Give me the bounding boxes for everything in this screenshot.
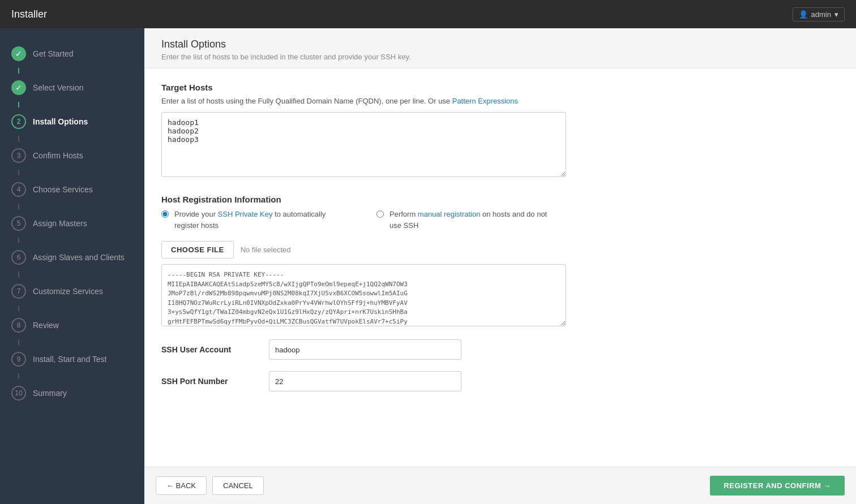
page-footer: ← BACK CANCEL REGISTER AND CONFIRM →	[144, 467, 856, 504]
host-registration-section: Host Registration Information Provide yo…	[161, 195, 839, 328]
page-body: Target Hosts Enter a list of hosts using…	[144, 68, 856, 467]
target-hosts-desc: Enter a list of hosts using the Fully Qu…	[161, 97, 839, 105]
sidebar-item-select-version[interactable]: ✓ Select Version	[0, 74, 144, 102]
radio-manual-text1: Perform	[390, 210, 418, 218]
step-circle-5: 4	[11, 182, 26, 197]
sidebar-item-install-start-test[interactable]: 9 Install, Start and Test	[0, 345, 144, 373]
radio-options: Provide your SSH Private Key to automati…	[161, 209, 839, 231]
connector-7	[18, 272, 19, 277]
user-menu[interactable]: 👤 admin ▾	[793, 7, 845, 21]
step-circle-4: 3	[11, 148, 26, 163]
radio-ssh-input[interactable]	[161, 210, 169, 218]
step-circle-8: 7	[11, 284, 26, 299]
no-file-label: No file selected	[241, 245, 291, 254]
sidebar-label-confirm-hosts: Confirm Hosts	[33, 151, 83, 160]
choose-file-button[interactable]: CHOOSE FILE	[161, 241, 234, 259]
main-layout: ✓ Get Started ✓ Select Version 2 Install…	[0, 28, 856, 504]
step-circle-9: 8	[11, 318, 26, 333]
navbar: Installer 👤 admin ▾	[0, 0, 856, 28]
sidebar-label-review: Review	[33, 321, 59, 330]
sidebar-label-summary: Summary	[33, 389, 67, 398]
manual-registration-link[interactable]: manual registration	[418, 210, 481, 218]
connector-6	[18, 238, 19, 243]
username-label: admin	[811, 10, 831, 19]
connector-10	[18, 373, 19, 379]
register-confirm-button[interactable]: REGISTER AND CONFIRM →	[710, 476, 845, 496]
step-num-8: 7	[17, 287, 21, 295]
page-subtitle: Enter the list of hosts to be included i…	[161, 53, 839, 61]
step-num-5: 4	[17, 186, 21, 193]
radio-ssh-label: Provide your SSH Private Key to automati…	[174, 209, 343, 231]
pattern-expressions-link[interactable]: Pattern Expressions	[452, 97, 518, 105]
sidebar-item-choose-services[interactable]: 4 Choose Services	[0, 175, 144, 204]
dropdown-arrow-icon: ▾	[834, 10, 838, 19]
sidebar-label-install-options: Install Options	[33, 117, 88, 126]
step-circle-7: 6	[11, 250, 26, 265]
step-num-10: 9	[17, 355, 21, 363]
target-hosts-section: Target Hosts Enter a list of hosts using…	[161, 83, 839, 179]
ssh-port-label: SSH Port Number	[161, 377, 258, 386]
sidebar-item-get-started[interactable]: ✓ Get Started	[0, 40, 144, 68]
sidebar-label-customize-services: Customize Services	[33, 287, 103, 296]
sidebar-label-install-start-test: Install, Start and Test	[33, 355, 106, 364]
sidebar-item-review[interactable]: 8 Review	[0, 311, 144, 339]
step-num-9: 8	[17, 321, 21, 329]
sidebar-item-assign-masters[interactable]: 5 Assign Masters	[0, 209, 144, 238]
step-circle-3: 2	[11, 114, 26, 129]
content-area: Install Options Enter the list of hosts …	[144, 28, 856, 504]
ssh-user-label: SSH User Account	[161, 345, 258, 354]
sidebar-label-get-started: Get Started	[33, 49, 74, 58]
page-header: Install Options Enter the list of hosts …	[144, 28, 856, 68]
check-icon-2: ✓	[15, 83, 22, 92]
back-button[interactable]: ← BACK	[156, 476, 207, 495]
step-circle-10: 9	[11, 352, 26, 367]
connector-3	[18, 136, 19, 141]
sidebar-label-assign-masters: Assign Masters	[33, 219, 87, 228]
step-num-6: 5	[17, 219, 21, 227]
radio-manual-input[interactable]	[376, 210, 384, 218]
step-num-11: 10	[15, 389, 22, 397]
step-num-3: 2	[17, 118, 21, 126]
step-num-4: 3	[17, 152, 21, 160]
app-brand: Installer	[11, 8, 47, 20]
connector-1	[18, 68, 19, 74]
sidebar-item-install-options[interactable]: 2 Install Options	[0, 107, 144, 136]
target-hosts-desc-text: Enter a list of hosts using the Fully Qu…	[161, 97, 452, 105]
step-circle-11: 10	[11, 386, 26, 400]
radio-option-ssh: Provide your SSH Private Key to automati…	[161, 209, 343, 231]
sidebar-item-summary[interactable]: 10 Summary	[0, 379, 144, 407]
sidebar-item-customize-services[interactable]: 7 Customize Services	[0, 277, 144, 305]
ssh-user-input[interactable]	[269, 339, 461, 360]
connector-9	[18, 339, 19, 345]
connector-8	[18, 305, 19, 311]
check-icon-1: ✓	[15, 49, 22, 58]
page-title: Install Options	[161, 38, 839, 50]
hosts-textarea[interactable]: hadoop1 hadoop2 hadoop3	[161, 112, 566, 177]
sidebar: ✓ Get Started ✓ Select Version 2 Install…	[0, 28, 144, 504]
ssh-private-key-link[interactable]: SSH Private Key	[218, 210, 273, 218]
radio-manual-label: Perform manual registration on hosts and…	[390, 209, 558, 231]
cancel-button[interactable]: CANCEL	[212, 476, 264, 495]
file-row: CHOOSE FILE No file selected	[161, 241, 839, 259]
target-hosts-title: Target Hosts	[161, 83, 839, 92]
footer-left: ← BACK CANCEL	[156, 476, 264, 495]
step-num-7: 6	[17, 253, 21, 261]
sidebar-label-choose-services: Choose Services	[33, 185, 93, 194]
radio-ssh-text1: Provide your	[174, 210, 218, 218]
step-circle-2: ✓	[11, 80, 26, 95]
sidebar-label-select-version: Select Version	[33, 83, 84, 92]
connector-5	[18, 204, 19, 209]
step-circle-1: ✓	[11, 46, 26, 61]
sidebar-item-assign-slaves[interactable]: 6 Assign Slaves and Clients	[0, 243, 144, 272]
user-icon: 👤	[799, 10, 808, 19]
radio-option-manual: Perform manual registration on hosts and…	[376, 209, 558, 231]
connector-2	[18, 102, 19, 107]
ssh-user-group: SSH User Account	[161, 339, 839, 360]
step-circle-6: 5	[11, 216, 26, 231]
ssh-port-input[interactable]	[269, 371, 461, 391]
sidebar-item-confirm-hosts[interactable]: 3 Confirm Hosts	[0, 141, 144, 170]
ssh-port-group: SSH Port Number	[161, 371, 839, 391]
sidebar-label-assign-slaves: Assign Slaves and Clients	[33, 253, 125, 262]
ssh-key-textarea[interactable]: -----BEGIN RSA PRIVATE KEY----- MIIEpAIB…	[161, 264, 566, 326]
connector-4	[18, 170, 19, 175]
